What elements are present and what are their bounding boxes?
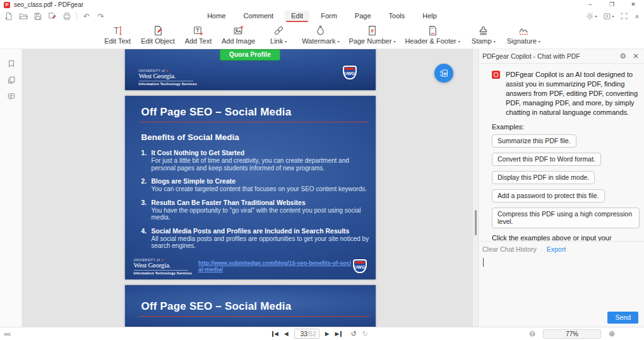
reader-mode-icon <box>603 12 611 20</box>
example-slide-mode-button[interactable]: Display this PDF in slide mode. <box>492 171 595 184</box>
copilot-title: PDFgear Copilot - Chat with PDF <box>482 52 613 60</box>
close-panel-icon[interactable]: ✕ <box>633 52 639 61</box>
left-sidebar <box>0 49 22 327</box>
scrollbar-thumb[interactable] <box>475 210 477 235</box>
previous-view-icon: ↺ <box>351 330 357 337</box>
caret-down-icon: ▾ <box>285 39 287 44</box>
previous-view-button[interactable]: ↺ <box>351 330 357 338</box>
copilot-input-section: Clear Chat History Export Send <box>479 241 644 327</box>
zoom-controls: ⊖ 77% ⊕ <box>529 327 615 340</box>
previous-page-button[interactable]: ◀ <box>284 331 289 337</box>
edit-text-icon <box>112 25 123 36</box>
link-button[interactable]: Link▾ <box>265 25 292 45</box>
edit-object-button[interactable]: Edit Object <box>141 25 175 45</box>
tab-comment[interactable]: Comment <box>237 11 280 21</box>
restore-button[interactable]: ❐ <box>601 0 623 9</box>
list-item: 2. Blogs are Simple to CreateYou can cre… <box>141 177 366 193</box>
add-image-icon <box>233 25 244 36</box>
page-number-button[interactable]: # Page Number▾ <box>349 25 396 45</box>
example-convert-word-button[interactable]: Convert this PDF to Word format. <box>492 153 601 166</box>
clear-chat-history-button[interactable]: Clear Chat History <box>482 245 537 253</box>
caret-down-icon: ▾ <box>393 39 395 44</box>
caret-down-icon: ▾ <box>539 39 540 44</box>
tab-home[interactable]: Home <box>201 11 232 21</box>
tab-form[interactable]: Form <box>314 11 343 21</box>
document-viewport: Quora Profile UNIVERSITY of ♦ West Georg… <box>22 49 478 327</box>
pdfgear-window: P seo_class.pdf - PDFgear – ❐ ✕ <box>0 0 644 340</box>
benefits-list: 1. It Cost Nothing to Get StartedFor jus… <box>141 149 366 250</box>
window-title: seo_class.pdf - PDFgear <box>14 1 83 8</box>
signature-button[interactable]: Signature▾ <box>507 25 540 45</box>
first-page-button[interactable]: ◀ <box>272 331 278 337</box>
comments-panel-button[interactable] <box>0 88 22 105</box>
convert-to-word-icon: W <box>439 68 449 78</box>
tab-edit[interactable]: Edit <box>285 11 309 21</box>
next-view-button[interactable]: ↻ <box>362 330 368 338</box>
comment-icon <box>7 92 16 101</box>
fullscreen-icon <box>620 12 628 20</box>
uwg-shield-logo: UWG <box>353 259 367 273</box>
svg-text:#: # <box>371 28 374 34</box>
theme-button[interactable]: ▾ <box>586 12 597 20</box>
fullscreen-button[interactable] <box>620 12 628 20</box>
settings-gear-icon[interactable]: ⚙ <box>619 52 626 61</box>
pdf-to-word-float-button[interactable]: W <box>434 64 453 83</box>
close-button[interactable]: ✕ <box>623 0 644 9</box>
first-page-icon: ◀ <box>274 331 278 337</box>
copilot-avatar-icon <box>492 71 500 79</box>
document-scrollbar[interactable] <box>473 49 478 327</box>
example-add-password-button[interactable]: Add a password to protect this file. <box>492 189 605 202</box>
next-view-icon: ↻ <box>362 330 368 337</box>
slide-hyperlink[interactable]: http://www.submitedge.com/blog/15-seo-be… <box>198 260 352 273</box>
collapse-toolbar-button[interactable]: ∧ <box>635 13 639 20</box>
tab-tools[interactable]: Tools <box>383 11 412 21</box>
pages-icon <box>7 76 16 85</box>
tab-help[interactable]: Help <box>416 11 443 21</box>
collapse-sidebar-icon[interactable]: «« <box>4 327 10 340</box>
slide-title: Off Page SEO – Social Media <box>141 300 366 313</box>
send-button[interactable]: Send <box>607 312 638 324</box>
export-button[interactable]: Export <box>547 245 566 253</box>
title-underline <box>139 316 369 317</box>
add-image-button[interactable]: Add Image <box>222 25 255 45</box>
add-text-icon <box>193 25 203 36</box>
list-item: 4. Social Media Posts and Profiles are I… <box>141 227 366 250</box>
next-page-button[interactable]: ▶ <box>325 331 330 337</box>
stamp-icon <box>478 25 489 36</box>
copilot-intro-text: PDFgear Copilot is an AI tool designed t… <box>506 70 640 117</box>
page-number-input[interactable] <box>297 331 307 337</box>
tab-page[interactable]: Page <box>349 11 378 21</box>
stamp-button[interactable]: Stamp▾ <box>470 25 498 45</box>
last-page-icon: ▶ <box>335 331 340 337</box>
theme-sun-icon <box>586 12 594 20</box>
page-number-icon: # <box>367 25 378 36</box>
caret-down-icon: ▾ <box>338 39 340 44</box>
example-summarize-button[interactable]: Summarize this PDF file. <box>492 134 576 148</box>
slide-subtitle: Benefits of Social Media <box>141 132 366 142</box>
page-total-label: /52 <box>307 331 316 337</box>
watermark-button[interactable]: Watermark▾ <box>302 25 339 45</box>
minimize-button[interactable]: – <box>580 0 601 9</box>
example-compress-button[interactable]: Compress this PDF using a high compressi… <box>492 208 640 228</box>
edit-text-button[interactable]: Edit Text <box>104 25 131 45</box>
add-text-button[interactable]: Add Text <box>184 25 212 45</box>
thumbnails-panel-button[interactable] <box>0 72 22 88</box>
page-number-box[interactable]: /52 <box>294 329 319 339</box>
chat-hint-text: Click the examples above or input your c… <box>492 233 637 241</box>
chat-input[interactable] <box>479 256 643 312</box>
header-footer-button[interactable]: Header & Footer▾ <box>405 25 460 45</box>
bookmarks-panel-button[interactable] <box>0 56 22 72</box>
status-bar: «« ◀ ◀ /52 ▶ ▶ ↺ ↻ ⊖ 77% ⊕ <box>0 327 644 340</box>
zoom-in-button[interactable]: ⊕ <box>609 329 615 338</box>
title-underline <box>139 122 369 122</box>
zoom-out-button[interactable]: ⊖ <box>529 329 535 338</box>
caret-down-icon: ▾ <box>458 39 460 44</box>
zoom-level[interactable]: 77% <box>543 329 601 339</box>
text-caret <box>483 258 484 267</box>
page-navigation: ◀ ◀ /52 ▶ ▶ ↺ ↻ <box>272 327 368 340</box>
caret-down-icon: ▾ <box>612 14 614 18</box>
quora-profile-badge: Quora Profile <box>220 49 280 61</box>
bookmark-icon <box>7 59 16 68</box>
last-page-button[interactable]: ▶ <box>335 331 342 337</box>
reader-mode-button[interactable]: ▾ <box>603 12 614 20</box>
